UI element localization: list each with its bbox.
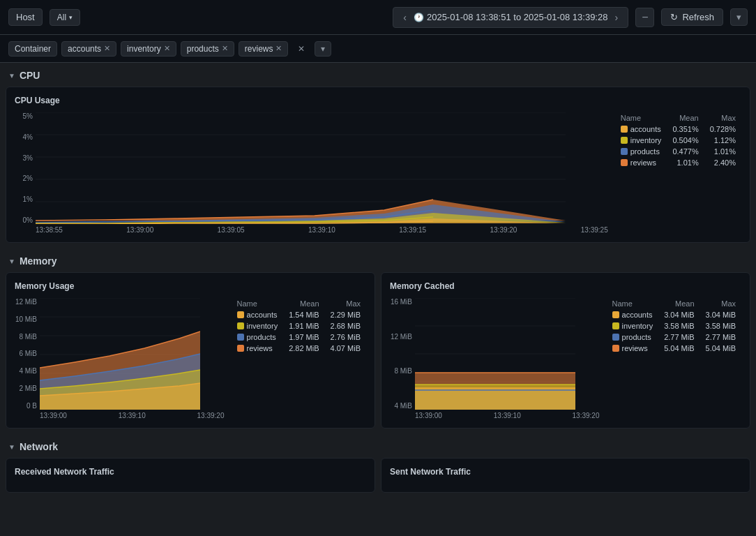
reviews-tag-close[interactable]: ✕ [275, 44, 282, 53]
mc-inventory-max: 3.58 MiB [700, 320, 741, 332]
cpu-x2: 13:39:00 [126, 226, 153, 234]
memory-usage-svg [40, 298, 200, 410]
cpu-y4: 4% [15, 133, 33, 141]
mc-y16: 16 MiB [390, 298, 412, 306]
mem-usage-x-labels: 13:39:00 13:39:10 13:39:20 [15, 412, 225, 419]
mc-x1: 13:39:00 [415, 412, 442, 419]
cpu-x-labels: 13:38:55 13:39:00 13:39:05 13:39:10 13:3… [15, 226, 608, 234]
products-color-swatch [621, 148, 628, 155]
mem-y6: 6 MiB [15, 350, 37, 357]
memory-chart-row: Memory Usage 12 MiB 10 MiB 8 MiB 6 MiB 4… [6, 272, 750, 429]
mu-reviews-swatch [237, 345, 244, 352]
cpu-usage-panel: CPU Usage 5% 4% 3% 2% 1% 0% [6, 87, 750, 243]
cpu-inventory-max: 1.12% [704, 135, 741, 146]
mem-x3: 13:39:20 [197, 412, 225, 419]
mc-y12: 12 MiB [390, 333, 412, 341]
refresh-button[interactable]: ↻ Refresh [661, 8, 723, 26]
network-section-header[interactable]: ▼ Network [6, 434, 750, 458]
mem-y2: 2 MiB [15, 385, 37, 392]
cpu-reviews-label: reviews [630, 158, 656, 167]
cpu-legend-mean-header: Mean [667, 112, 704, 124]
mu-accounts-max: 2.29 MiB [325, 309, 366, 320]
memory-usage-chart-area: 12 MiB 10 MiB 8 MiB 6 MiB 4 MiB 2 MiB 0 … [15, 298, 366, 419]
mu-reviews-row: reviews 2.82 MiB 4.07 MiB [232, 343, 366, 354]
host-label: Host [8, 8, 43, 26]
cpu-products-max: 1.01% [704, 146, 741, 157]
cpu-legend: Name Mean Max accounts 0.351% 0.728% [615, 112, 741, 168]
mu-reviews-max: 4.07 MiB [325, 343, 366, 354]
filter-tag-inventory[interactable]: inventory ✕ [121, 41, 176, 57]
cpu-products-label: products [630, 147, 660, 156]
mu-max-header: Max [325, 298, 366, 309]
chevron-down-icon: ▾ [69, 14, 73, 21]
cpu-y0: 0% [15, 216, 33, 224]
all-label: All [57, 13, 66, 22]
mu-products-max: 2.76 MiB [325, 332, 366, 343]
memory-chevron-icon: ▼ [8, 258, 15, 265]
all-dropdown[interactable]: All ▾ [50, 9, 80, 26]
zoom-button[interactable]: − [635, 8, 654, 27]
cpu-section-label: CPU [20, 70, 40, 81]
network-section: ▼ Network Received Network Traffic Sent … [0, 434, 756, 498]
mu-inventory-row: inventory 1.91 MiB 2.68 MiB [232, 320, 366, 332]
memory-section: ▼ Memory Memory Usage 12 MiB 10 MiB 8 Mi… [0, 248, 756, 434]
main-content: ▼ CPU CPU Usage 5% 4% 3% 2% [0, 63, 756, 498]
memory-cached-panel: Memory Cached 16 MiB 12 MiB 8 MiB 4 MiB [381, 272, 750, 429]
reviews-tag-label: reviews [245, 44, 273, 54]
mu-inventory-label: inventory [247, 322, 278, 330]
filter-tag-products[interactable]: products ✕ [181, 41, 234, 57]
memory-usage-title: Memory Usage [15, 281, 366, 291]
products-tag-close[interactable]: ✕ [222, 44, 228, 53]
filter-more-button[interactable]: ▾ [315, 41, 331, 57]
next-time-button[interactable]: › [610, 10, 622, 24]
network-section-label: Network [20, 441, 58, 452]
cpu-usage-title: CPU Usage [15, 96, 741, 105]
accounts-tag-close[interactable]: ✕ [104, 44, 110, 53]
cpu-x6: 13:39:20 [490, 226, 517, 234]
inventory-tag-close[interactable]: ✕ [164, 44, 170, 53]
cpu-chart-container: 5% 4% 3% 2% 1% 0% [15, 112, 608, 234]
memory-section-header[interactable]: ▼ Memory [6, 248, 750, 272]
mem-y0: 0 B [15, 402, 37, 410]
mc-accounts-swatch [612, 311, 619, 318]
cpu-usage-chart-area: 5% 4% 3% 2% 1% 0% [15, 112, 741, 234]
refresh-dropdown-button[interactable]: ▾ [730, 8, 748, 26]
cpu-section-header[interactable]: ▼ CPU [6, 63, 750, 87]
mu-accounts-label: accounts [247, 311, 278, 319]
refresh-label: Refresh [682, 12, 714, 22]
mem-y8: 8 MiB [15, 333, 37, 341]
mu-products-row: products 1.97 MiB 2.76 MiB [232, 332, 366, 343]
prev-time-button[interactable]: ‹ [399, 10, 411, 24]
mc-reviews-label: reviews [622, 344, 648, 352]
cpu-inventory-label: inventory [630, 136, 662, 144]
mu-inventory-max: 2.68 MiB [325, 320, 366, 332]
mc-max-header: Max [700, 298, 741, 309]
mu-products-label: products [247, 333, 276, 341]
filter-tag-reviews[interactable]: reviews ✕ [239, 41, 289, 57]
cpu-inventory-mean: 0.504% [667, 135, 704, 146]
cpu-legend-name-header: Name [615, 112, 667, 124]
memory-cached-chart-area: 16 MiB 12 MiB 8 MiB 4 MiB [390, 298, 741, 419]
memory-usage-chart-container: 12 MiB 10 MiB 8 MiB 6 MiB 4 MiB 2 MiB 0 … [15, 298, 225, 419]
mem-x2: 13:39:10 [119, 412, 146, 419]
mc-reviews-max: 5.04 MiB [700, 343, 741, 354]
mem-y4: 4 MiB [15, 367, 37, 375]
refresh-icon: ↻ [670, 12, 678, 22]
mc-products-label: products [622, 333, 651, 341]
cpu-x1: 13:38:55 [36, 226, 63, 234]
mc-mean-header: Mean [658, 298, 700, 309]
filter-tag-accounts[interactable]: accounts ✕ [61, 41, 116, 57]
mc-inventory-label: inventory [622, 322, 653, 330]
svg-marker-30 [415, 388, 575, 410]
mu-inventory-swatch [237, 322, 244, 329]
mem-x1: 13:39:00 [40, 412, 67, 419]
memory-usage-panel: Memory Usage 12 MiB 10 MiB 8 MiB 6 MiB 4… [6, 272, 375, 429]
mu-name-header: Name [232, 298, 284, 309]
received-network-panel: Received Network Traffic [6, 458, 375, 493]
mc-y8: 8 MiB [390, 367, 412, 375]
filter-clear-button[interactable]: ✕ [292, 42, 310, 56]
sent-network-panel: Sent Network Traffic [381, 458, 750, 493]
mu-reviews-mean: 2.82 MiB [283, 343, 324, 354]
memory-cached-title: Memory Cached [390, 281, 741, 291]
mem-y12: 12 MiB [15, 298, 37, 306]
